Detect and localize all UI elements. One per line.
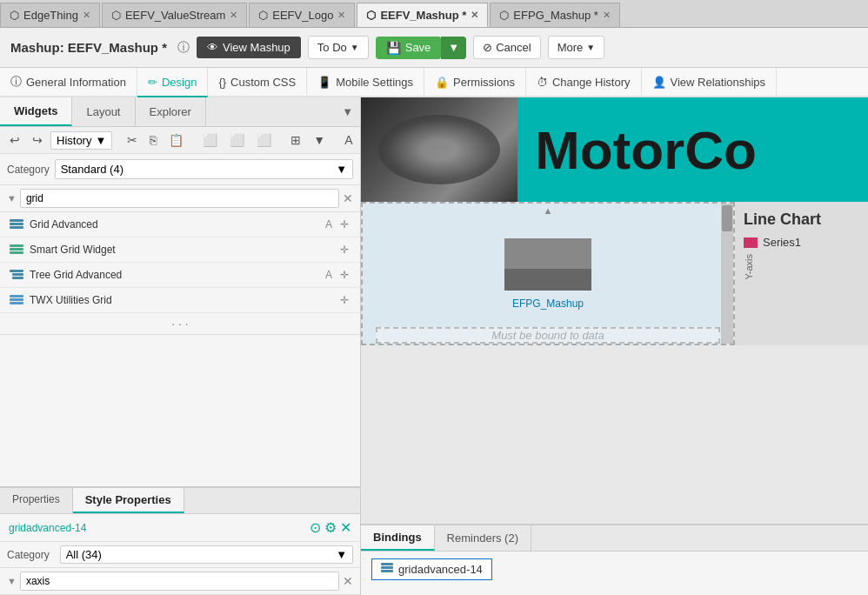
text-format-button[interactable]: A <box>340 130 357 150</box>
nav-mobile[interactable]: 📱 Mobile Settings <box>307 68 424 96</box>
tab-icon: ⬡ <box>10 9 19 22</box>
entity-actions: ⊙ ⚙ ✕ <box>310 519 351 536</box>
tree-grid-icon <box>9 269 24 281</box>
tab-widgets[interactable]: Widgets <box>0 97 72 126</box>
relationships-icon: 👤 <box>652 76 666 89</box>
svg-rect-3 <box>10 244 23 247</box>
nav-view-relationships[interactable]: 👤 View Relationships <box>642 68 778 96</box>
list-item[interactable]: Grid Advanced A ✛ <box>0 212 360 237</box>
grid-options-button[interactable]: ▼ <box>309 130 330 150</box>
style-icon[interactable]: A <box>323 268 335 282</box>
mobile-icon: 📱 <box>317 76 331 89</box>
tab-eefv-valuestream[interactable]: ⬡ EEFV_ValueStream ✕ <box>102 3 247 27</box>
entity-name-label[interactable]: gridadvanced-14 <box>9 522 86 534</box>
tab-style-properties[interactable]: Style Properties <box>73 488 184 513</box>
search-row: ▼ ✕ <box>0 185 360 212</box>
undo-button[interactable]: ↩ <box>5 130 24 150</box>
close-icon[interactable]: ✕ <box>471 10 478 21</box>
grid-button[interactable]: ⊞ <box>286 130 305 150</box>
tab-properties[interactable]: Properties <box>0 488 73 513</box>
nav-change-history[interactable]: ⏱ Change History <box>526 68 642 96</box>
redo-button[interactable]: ↪ <box>28 130 47 150</box>
tab-bar: ⬡ EdgeThing ✕ ⬡ EEFV_ValueStream ✕ ⬡ EEF… <box>0 0 868 28</box>
tab-bindings[interactable]: Bindings <box>361 525 435 551</box>
tab-explorer[interactable]: Explorer <box>136 97 206 126</box>
align-right-button[interactable]: ⬜ <box>252 130 276 150</box>
copy-button[interactable]: ⎘ <box>145 130 161 150</box>
nav-permissions[interactable]: 🔒 Permissions <box>424 68 526 96</box>
widget-tabs: Widgets Layout Explorer ▼ <box>0 97 360 127</box>
list-item[interactable]: Tree Grid Advanced A ✛ <box>0 263 360 288</box>
property-category-select[interactable]: All (34) ▼ <box>60 545 353 564</box>
history-icon: ⏱ <box>537 76 548 89</box>
widget-actions: A ✛ <box>323 268 351 282</box>
view-mashup-button[interactable]: 👁 View Mashup <box>197 37 301 58</box>
nav-general[interactable]: ⓘ General Information <box>0 68 137 96</box>
tab-layout[interactable]: Layout <box>72 97 135 126</box>
clear-property-search-button[interactable]: ✕ <box>343 574 353 588</box>
clear-search-button[interactable]: ✕ <box>343 191 353 205</box>
tab-efpg-mashup[interactable]: ⬡ EFPG_Mashup * ✕ <box>490 3 620 27</box>
chevron-down-icon: ▼ <box>336 163 347 176</box>
legend-label: Series1 <box>763 236 801 249</box>
cut-button[interactable]: ✂ <box>123 130 142 150</box>
nav-design[interactable]: ✏ Design <box>137 68 208 97</box>
history-select[interactable]: History ▼ <box>50 131 112 150</box>
pencil-icon: ✏ <box>148 76 157 89</box>
tab-reminders[interactable]: Reminders (2) <box>435 525 531 551</box>
svg-rect-13 <box>381 566 393 569</box>
svg-rect-14 <box>381 570 393 572</box>
more-button[interactable]: More ▼ <box>548 36 605 59</box>
property-search-row: ▼ ✕ <box>0 568 360 595</box>
bottom-content: gridadvanced-14 <box>361 552 868 587</box>
paste-button[interactable]: 📋 <box>164 130 188 150</box>
settings-icon[interactable]: ⚙ <box>324 519 337 536</box>
tab-eefv-logo[interactable]: ⬡ EEFV_Logo ✕ <box>249 3 355 27</box>
list-item[interactable]: Smart Grid Widget ✛ <box>0 237 360 263</box>
close-icon[interactable]: ✕ <box>603 10 611 21</box>
canvas-header: MotorCo <box>361 97 868 202</box>
align-left-button[interactable]: ⬜ <box>198 130 222 150</box>
close-icon[interactable]: ✕ <box>337 10 345 21</box>
legend-color-box <box>744 237 758 248</box>
info-icon[interactable]: ⓘ <box>177 40 190 56</box>
align-center-button[interactable]: ⬜ <box>225 130 249 150</box>
more-dots[interactable]: · · · <box>0 313 360 335</box>
widget-name: Tree Grid Advanced <box>30 269 317 281</box>
widget-actions: ✛ <box>337 243 351 257</box>
cancel-button[interactable]: ⊘ Cancel <box>473 36 540 59</box>
eye-icon: 👁 <box>207 41 218 54</box>
todo-button[interactable]: To Do ▼ <box>308 36 369 59</box>
close-icon[interactable]: ✕ <box>340 519 351 536</box>
bottom-panel: Bindings Reminders (2) gridadvanced-14 <box>361 524 868 595</box>
save-button[interactable]: 💾 Save <box>376 37 442 59</box>
chevron-down-icon: ▼ <box>336 548 347 561</box>
tab-eefv-mashup[interactable]: ⬡ EEFV_Mashup * ✕ <box>357 3 488 27</box>
lock-icon: 🔒 <box>435 76 449 89</box>
style-icon[interactable]: A <box>323 217 335 231</box>
drag-icon[interactable]: ✛ <box>337 268 351 282</box>
drag-icon[interactable]: ✛ <box>337 217 351 231</box>
binding-item[interactable]: gridadvanced-14 <box>371 558 492 580</box>
search-input[interactable] <box>20 189 339 208</box>
widget-tab-arrow[interactable]: ▼ <box>335 97 360 126</box>
category-select[interactable]: Standard (4) ▼ <box>55 159 353 179</box>
twx-grid-icon <box>9 294 24 306</box>
drag-icon[interactable]: ✛ <box>337 293 351 307</box>
property-search-input[interactable] <box>20 572 339 591</box>
list-item[interactable]: TWX Utilities Grid ✛ <box>0 288 360 313</box>
bound-text: Must be bound to data <box>491 329 604 342</box>
tab-edgething[interactable]: ⬡ EdgeThing ✕ <box>0 3 100 27</box>
save-dropdown-button[interactable]: ▼ <box>441 37 466 59</box>
scrollbar-thumb <box>722 205 732 231</box>
close-icon[interactable]: ✕ <box>230 10 237 21</box>
share-icon[interactable]: ⊙ <box>310 519 321 536</box>
scrollbar[interactable] <box>721 204 733 344</box>
drag-icon[interactable]: ✛ <box>337 243 351 257</box>
efpg-mashup-label[interactable]: EFPG_Mashup <box>512 298 584 310</box>
filter-icon: ▼ <box>7 576 17 586</box>
property-entity-row: gridadvanced-14 ⊙ ⚙ ✕ <box>0 514 360 542</box>
nav-custom-css[interactable]: {} Custom CSS <box>208 68 307 96</box>
close-icon[interactable]: ✕ <box>83 10 90 21</box>
tab-label: EEFV_ValueStream <box>125 9 225 22</box>
